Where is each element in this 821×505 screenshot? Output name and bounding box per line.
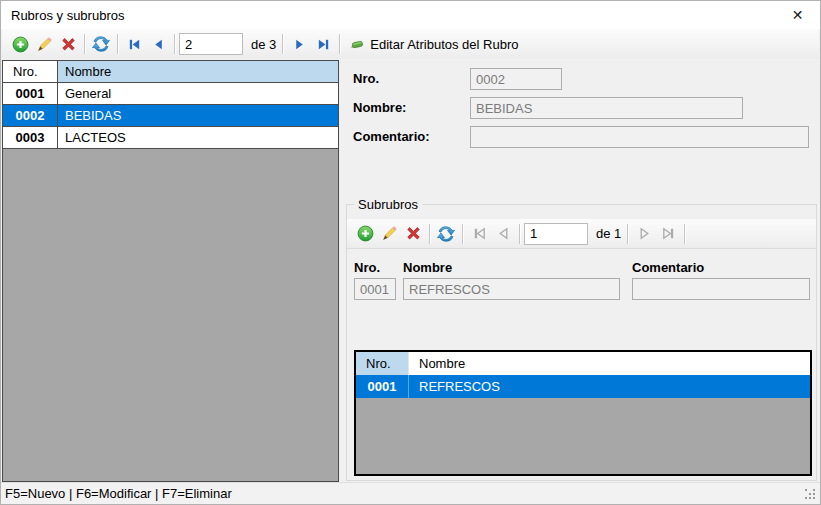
rubro-position-input[interactable] bbox=[179, 33, 243, 55]
window-title: Rubros y subrubros bbox=[1, 8, 124, 23]
refresh-icon bbox=[91, 34, 111, 54]
toolbar-separator bbox=[174, 34, 175, 54]
titlebar: Rubros y subrubros bbox=[1, 1, 820, 29]
previous-record-icon bbox=[151, 37, 166, 52]
cell-nombre: LACTEOS bbox=[58, 127, 338, 148]
table-row-selected[interactable]: 0001 REFRESCOS bbox=[356, 375, 810, 398]
subrubro-comentario-field bbox=[632, 278, 810, 300]
edit-rubro-button[interactable] bbox=[32, 32, 56, 56]
next-subrubro-button bbox=[632, 222, 656, 246]
refresh-button[interactable] bbox=[89, 32, 113, 56]
status-bar: F5=Nuevo | F6=Modificar | F7=Eliminar bbox=[1, 482, 820, 504]
cell-nro: 0002 bbox=[3, 105, 58, 126]
toolbar-separator bbox=[462, 224, 463, 244]
previous-record-icon-disabled bbox=[496, 226, 511, 241]
delete-subrubro-button[interactable] bbox=[401, 222, 425, 246]
toolbar-separator bbox=[84, 34, 85, 54]
toolbar-separator bbox=[117, 34, 118, 54]
next-record-icon bbox=[292, 37, 307, 52]
toolbar-separator bbox=[339, 34, 340, 54]
rubros-table-header: Nro. Nombre bbox=[3, 61, 338, 83]
table-row[interactable]: 0003 LACTEOS bbox=[3, 127, 338, 149]
rubro-nro-field bbox=[470, 68, 562, 90]
cell-nro: 0001 bbox=[356, 375, 409, 398]
rubro-comentario-field bbox=[470, 126, 809, 148]
rubro-nro-label: Nro. bbox=[353, 71, 379, 86]
add-icon bbox=[12, 36, 29, 53]
next-record-button[interactable] bbox=[287, 32, 311, 56]
last-record-button[interactable] bbox=[311, 32, 335, 56]
rubros-table: Nro. Nombre 0001 General 0002 BEBIDAS 00… bbox=[2, 60, 339, 482]
add-icon bbox=[357, 225, 374, 242]
status-text: F5=Nuevo | F6=Modificar | F7=Eliminar bbox=[5, 486, 232, 501]
table-row[interactable]: 0001 General bbox=[3, 83, 338, 105]
toolbar-separator bbox=[519, 224, 520, 244]
cell-nombre: BEBIDAS bbox=[58, 105, 338, 126]
rubro-nombre-field bbox=[470, 97, 743, 119]
subrubros-toolbar: de 1 bbox=[347, 219, 816, 249]
add-rubro-button[interactable] bbox=[8, 32, 32, 56]
toolbar-separator bbox=[282, 34, 283, 54]
pencil-icon bbox=[381, 225, 398, 242]
refresh-subrubros-button[interactable] bbox=[434, 222, 458, 246]
delete-rubro-button[interactable] bbox=[56, 32, 80, 56]
edit-attributes-label: Editar Atributos del Rubro bbox=[370, 37, 518, 52]
subrubro-nombre-label: Nombre bbox=[403, 260, 452, 275]
toolbar-separator bbox=[429, 224, 430, 244]
subrubros-header-nombre[interactable]: Nombre bbox=[409, 352, 810, 375]
subrubro-position-input[interactable] bbox=[524, 223, 588, 245]
rubro-nombre-label: Nombre: bbox=[353, 100, 406, 115]
subrubros-groupbox: Subrubros de 1 bbox=[346, 204, 817, 481]
next-record-icon-disabled bbox=[637, 226, 652, 241]
first-subrubro-button bbox=[467, 222, 491, 246]
cell-nombre: REFRESCOS bbox=[409, 375, 810, 398]
resize-grip[interactable] bbox=[805, 489, 816, 500]
toolbar-separator bbox=[627, 224, 628, 244]
last-subrubro-button bbox=[656, 222, 680, 246]
pencil-icon bbox=[36, 36, 53, 53]
cell-nombre: General bbox=[58, 83, 338, 104]
subrubros-table-header: Nro. Nombre bbox=[356, 352, 810, 375]
previous-record-button[interactable] bbox=[146, 32, 170, 56]
subrubros-table: Nro. Nombre 0001 REFRESCOS bbox=[354, 350, 812, 476]
subrubro-comentario-label: Comentario bbox=[632, 260, 704, 275]
rubros-window: Rubros y subrubros ✕ de 3 bbox=[0, 0, 821, 505]
delete-icon bbox=[405, 225, 422, 242]
subrubro-nombre-field bbox=[403, 278, 620, 300]
rubro-comentario-label: Comentario: bbox=[353, 129, 430, 144]
first-record-button[interactable] bbox=[122, 32, 146, 56]
subrubro-nro-field bbox=[354, 278, 396, 300]
delete-icon bbox=[60, 36, 77, 53]
cell-nro: 0001 bbox=[3, 83, 58, 104]
subrubros-header-nro[interactable]: Nro. bbox=[356, 352, 409, 375]
main-toolbar: de 3 Editar Atributos del Rubro bbox=[2, 29, 819, 59]
edit-attributes-button[interactable]: Editar Atributos del Rubro bbox=[344, 32, 522, 56]
rubros-header-nombre[interactable]: Nombre bbox=[58, 61, 338, 82]
subrubros-group-label: Subrubros bbox=[354, 197, 422, 212]
edit-subrubro-button[interactable] bbox=[377, 222, 401, 246]
refresh-icon bbox=[436, 224, 456, 244]
cell-nro: 0003 bbox=[3, 127, 58, 148]
first-record-icon-disabled bbox=[472, 226, 487, 241]
rubro-count-label: de 3 bbox=[251, 37, 276, 52]
subrubro-nro-label: Nro. bbox=[354, 260, 380, 275]
last-record-icon bbox=[316, 37, 331, 52]
marker-icon bbox=[348, 37, 365, 52]
previous-subrubro-button bbox=[491, 222, 515, 246]
add-subrubro-button[interactable] bbox=[353, 222, 377, 246]
close-button[interactable]: ✕ bbox=[775, 1, 820, 29]
rubros-header-nro[interactable]: Nro. bbox=[3, 61, 58, 82]
close-icon: ✕ bbox=[792, 7, 804, 23]
first-record-icon bbox=[127, 37, 142, 52]
last-record-icon-disabled bbox=[661, 226, 676, 241]
subrubro-count-label: de 1 bbox=[596, 226, 621, 241]
toolbar-separator bbox=[684, 224, 685, 244]
table-row-selected[interactable]: 0002 BEBIDAS bbox=[3, 105, 338, 127]
